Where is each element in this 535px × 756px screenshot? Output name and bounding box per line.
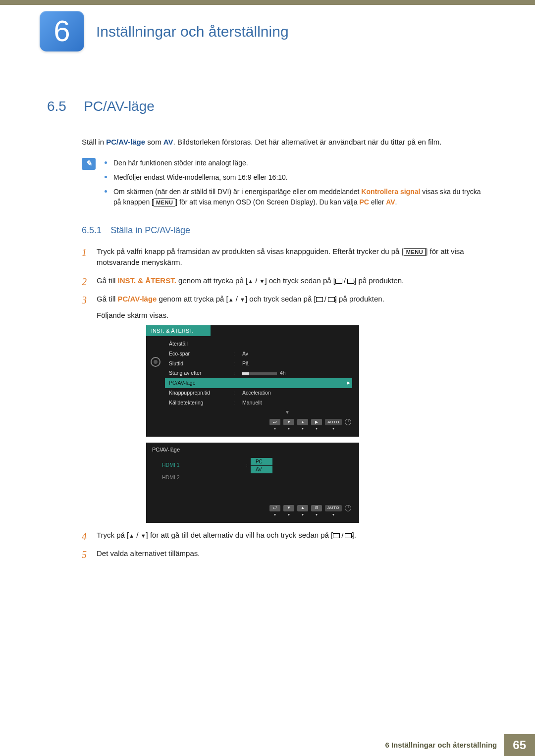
step-4: 4 Tryck på [ / ] för att gå till det alt… — [82, 530, 488, 541]
text: ] för att gå till det alternativ du vill… — [146, 531, 333, 539]
osd-footer: ⮐ ▼ ▲ ⊟ AUTO — [146, 502, 359, 511]
text: Tryck på [ — [97, 531, 129, 539]
text: genom att trycka på [ — [176, 276, 248, 285]
osd-row: HDMI 1:PCAV — [162, 458, 352, 473]
page-footer: 6 Inställningar och återställning 65 — [0, 734, 535, 756]
step-1: 1 Tryck på valfri knapp på framsidan av … — [82, 246, 488, 268]
step-number: 4 — [82, 529, 87, 544]
term-pcav: PC/AV-läge — [106, 138, 145, 146]
term-av: AV — [163, 138, 173, 146]
chapter-header: 6 Inställningar och återställning — [0, 5, 535, 66]
text: Gå till — [97, 295, 118, 303]
text: ]. — [352, 531, 356, 539]
step-number: 1 — [82, 245, 87, 260]
enter-icon: / — [333, 530, 352, 542]
osd-row: Eco-spar:Av — [165, 349, 352, 359]
term-pcav: PC/AV-läge — [118, 295, 157, 303]
menu-button-icon: MENU — [154, 199, 175, 206]
footer-page-number: 65 — [504, 734, 535, 756]
menu-button-icon: MENU — [404, 248, 426, 256]
step-number: 2 — [82, 274, 87, 289]
subsection-heading: 6.5.1 Ställa in PC/AV-läge — [47, 224, 488, 237]
up-icon — [228, 295, 234, 303]
osd-footer: ⮐ ▼ ▲ ▶ AUTO — [146, 416, 359, 425]
top-accent-bar — [0, 0, 535, 5]
gear-icon — [151, 357, 160, 367]
note-list: Den här funktionen stöder inte analogt l… — [105, 158, 488, 211]
note-item: Den här funktionen stöder inte analogt l… — [105, 158, 488, 168]
text: Det valda alternativet tillämpas. — [97, 549, 200, 557]
step-3: 3 Gå till PC/AV-läge genom att trycka på… — [82, 294, 488, 523]
footer-chapter-label: 6 Inställningar och återställning — [378, 734, 504, 756]
text: ] på produkten. — [354, 276, 404, 285]
term-inst-aterst: INST. & ÅTERST. — [118, 276, 176, 285]
subsection-title: Ställa in PC/AV-läge — [110, 225, 190, 235]
steps-list: 1 Tryck på valfri knapp på framsidan av … — [47, 246, 488, 559]
text: Gå till — [97, 276, 118, 285]
up-icon: ▲ — [297, 419, 308, 425]
osd-row: Återställ — [165, 339, 352, 349]
text: Om skärmen (när den är ställd till DVI) … — [113, 188, 361, 196]
note-item: Medföljer endast Wide-modellerna, som 16… — [105, 172, 488, 183]
term-check-signal: Kontrollera signal — [361, 188, 420, 196]
osd-row: Källdetektering:Manuellt — [165, 398, 352, 408]
section-heading: 6.5 PC/AV-läge — [47, 96, 488, 117]
text: . Bildstorleken förstoras. Det här alter… — [173, 138, 442, 146]
text: Följande skärm visas. — [97, 310, 488, 321]
osd-title: INST. & ÅTERST. — [146, 325, 211, 337]
step-5: 5 Det valda alternativet tillämpas. — [82, 548, 488, 559]
down-indicator-icon: ▼ — [146, 407, 359, 416]
enter-icon: / — [335, 275, 354, 287]
note-item: Om skärmen (när den är ställd till DVI) … — [105, 187, 488, 207]
enter-icon: ⊟ — [311, 505, 322, 511]
down-icon — [141, 531, 146, 539]
text: ] och tryck sedan på [ — [265, 276, 335, 285]
step-2: 2 Gå till INST. & ÅTERST. genom att tryc… — [82, 275, 488, 287]
down-icon — [260, 276, 265, 285]
text: genom att trycka på [ — [157, 295, 228, 303]
note-block: ✎ Den här funktionen stöder inte analogt… — [47, 158, 488, 211]
step-number: 3 — [82, 293, 87, 307]
auto-button: AUTO — [325, 419, 342, 425]
osd-title: PC/AV-läge — [146, 443, 359, 456]
text: ] för att visa menyn OSD (On Screen Disp… — [175, 198, 359, 206]
auto-button: AUTO — [325, 505, 342, 511]
term-pc: PC — [360, 198, 369, 206]
power-icon — [345, 419, 351, 425]
power-icon — [345, 505, 351, 511]
chapter-number-badge: 6 — [40, 11, 84, 51]
up-icon: ▲ — [297, 505, 308, 511]
osd-row: PC/AV-läge▶ — [165, 378, 352, 388]
section-title: PC/AV-läge — [84, 99, 155, 114]
text: som — [145, 138, 163, 146]
osd-menu-2: PC/AV-läge HDMI 1:PCAVHDMI 2 ⮐ ▼ ▲ ⊟ AUT… — [146, 443, 359, 523]
up-icon — [129, 531, 134, 539]
down-icon: ▼ — [283, 419, 294, 425]
down-icon — [240, 295, 245, 303]
subsection-number: 6.5.1 — [82, 225, 102, 235]
text: . — [395, 198, 397, 206]
step-number: 5 — [82, 547, 87, 562]
osd-row: HDMI 2 — [162, 473, 352, 482]
section-number: 6.5 — [47, 96, 82, 117]
osd-row: Stäng av efter:4h — [165, 368, 352, 378]
chapter-title: Inställningar och återställning — [96, 20, 289, 43]
osd-menu-1: INST. & ÅTERST. ÅterställEco-spar:AvSlut… — [146, 325, 359, 437]
right-icon: ▶ — [311, 419, 322, 425]
return-icon: ⮐ — [269, 505, 280, 511]
osd-screenshots: INST. & ÅTERST. ÅterställEco-spar:AvSlut… — [146, 325, 488, 523]
text: Ställ in — [82, 138, 106, 146]
up-icon — [248, 276, 253, 285]
note-icon: ✎ — [82, 158, 96, 170]
text: ] på produkten. — [335, 295, 384, 303]
text: ] och tryck sedan på [ — [245, 295, 316, 303]
down-icon: ▼ — [283, 505, 294, 511]
osd-row: Knappupprepn.tid:Acceleration — [165, 388, 352, 398]
term-av: AV — [386, 198, 395, 206]
osd-row: Sluttid:På — [165, 359, 352, 369]
text: Tryck på valfri knapp på framsidan av pr… — [97, 247, 404, 255]
return-icon: ⮐ — [269, 419, 280, 425]
enter-icon: / — [316, 294, 335, 305]
intro-paragraph: Ställ in PC/AV-läge som AV. Bildstorleke… — [47, 137, 488, 148]
text: eller — [369, 198, 386, 206]
